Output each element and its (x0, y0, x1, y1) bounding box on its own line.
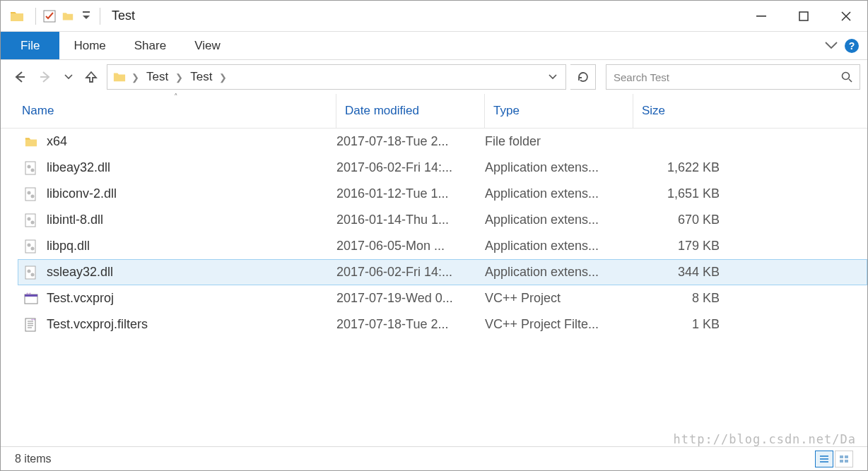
file-name: libiconv-2.dll (47, 186, 117, 201)
file-size: 179 KB (633, 239, 725, 254)
file-date: 2017-07-18-Tue 2... (336, 317, 485, 332)
file-row[interactable]: x642017-07-18-Tue 2...File folder (18, 129, 867, 155)
folder-icon[interactable] (59, 11, 77, 22)
file-type: Application extens... (485, 186, 633, 201)
ribbon-expand-icon[interactable] (825, 42, 838, 50)
status-bar: 8 items (1, 446, 867, 470)
file-size: 1,622 KB (633, 160, 725, 175)
svg-text:++: ++ (31, 318, 35, 321)
navbar: ❯ Test ❯ Test ❯ Search Test (1, 60, 867, 94)
file-date: 2016-01-14-Thu 1... (336, 213, 485, 227)
help-button[interactable]: ? (845, 39, 859, 53)
separator (35, 8, 36, 25)
file-name: libpq.dll (47, 239, 90, 254)
sort-asc-icon: ˄ (174, 93, 178, 102)
tab-view[interactable]: View (180, 32, 235, 59)
file-type: Application extens... (485, 160, 633, 175)
file-type: Application extens... (485, 239, 633, 254)
svg-rect-1 (83, 11, 90, 13)
svg-rect-28 (845, 460, 848, 463)
tab-file[interactable]: File (1, 32, 59, 59)
file-row[interactable]: libintl-8.dll2016-01-14-Thu 1...Applicat… (18, 207, 867, 233)
file-row[interactable]: libpq.dll2017-06-05-Mon ...Application e… (18, 233, 867, 259)
file-size: 8 KB (633, 291, 725, 306)
minimize-button[interactable] (740, 1, 782, 31)
svg-rect-26 (845, 455, 848, 458)
file-date: 2017-07-19-Wed 0... (336, 291, 485, 306)
file-name: x64 (47, 134, 67, 149)
chevron-right-icon[interactable]: ❯ (131, 72, 139, 83)
details-view-button[interactable] (815, 451, 833, 467)
file-size: 344 KB (633, 265, 725, 280)
file-date: 2017-06-05-Mon ... (336, 239, 485, 254)
close-button[interactable] (825, 1, 867, 31)
window-title: Test (112, 8, 135, 23)
file-name: Test.vcxproj (47, 291, 114, 306)
folder-icon (113, 71, 126, 83)
file-row[interactable]: libiconv-2.dll2016-01-12-Tue 1...Applica… (18, 181, 867, 207)
file-date: 2017-07-18-Tue 2... (336, 134, 485, 149)
svg-point-12 (28, 217, 31, 220)
breadcrumb-item[interactable]: Test (142, 70, 172, 84)
svg-point-16 (31, 246, 35, 250)
svg-rect-3 (799, 12, 808, 20)
watermark: http://blog.csdn.net/Da (674, 432, 856, 446)
address-dropdown-icon[interactable] (543, 74, 563, 80)
thumb-view-button[interactable] (835, 451, 853, 467)
file-size: 670 KB (633, 213, 725, 227)
dll-icon (24, 239, 38, 254)
dll-icon (24, 213, 38, 227)
up-button[interactable] (80, 66, 102, 88)
tab-share[interactable]: Share (120, 32, 180, 59)
svg-point-10 (31, 194, 35, 198)
column-date[interactable]: Date modified (336, 94, 484, 128)
maximize-button[interactable] (782, 1, 825, 31)
svg-point-18 (28, 269, 31, 273)
svg-rect-5 (25, 162, 35, 174)
file-row[interactable]: ssleay32.dll2017-06-02-Fri 14:...Applica… (18, 259, 867, 285)
file-row[interactable]: libeay32.dll2017-06-02-Fri 14:...Applica… (18, 155, 867, 181)
file-type: Application extens... (485, 265, 633, 280)
svg-point-4 (843, 73, 850, 80)
search-icon[interactable] (841, 71, 852, 83)
svg-rect-25 (840, 455, 843, 458)
file-type: File folder (485, 134, 633, 149)
qat-dropdown-icon[interactable] (77, 11, 95, 21)
svg-point-9 (28, 191, 31, 194)
file-size: 1 KB (633, 317, 725, 332)
ribbon: File Home Share View ? (1, 32, 867, 60)
svg-point-6 (28, 165, 31, 168)
back-button[interactable] (8, 66, 30, 88)
svg-text:++: ++ (26, 292, 32, 295)
svg-point-19 (31, 273, 35, 276)
column-size[interactable]: Size (633, 94, 732, 128)
chevron-right-icon[interactable]: ❯ (175, 72, 183, 83)
properties-icon[interactable] (40, 10, 59, 23)
column-type[interactable]: Type (484, 94, 633, 128)
file-row[interactable]: ++Test.vcxproj.filters2017-07-18-Tue 2..… (18, 311, 867, 338)
column-headers: Name ˄ Date modified Type Size (1, 94, 867, 129)
search-input[interactable]: Search Test (606, 64, 860, 90)
folder-icon (10, 9, 24, 23)
file-name: Test.vcxproj.filters (47, 317, 148, 332)
recent-dropdown-icon[interactable] (61, 66, 76, 88)
dll-icon (24, 187, 38, 201)
view-switch (815, 451, 853, 467)
refresh-button[interactable] (570, 64, 596, 90)
svg-rect-17 (25, 266, 35, 279)
tab-home[interactable]: Home (59, 32, 119, 59)
svg-point-7 (31, 168, 35, 172)
svg-rect-14 (25, 240, 35, 253)
breadcrumb-item[interactable]: Test (186, 70, 216, 84)
search-placeholder: Search Test (614, 71, 669, 83)
svg-rect-8 (25, 188, 35, 201)
file-list: x642017-07-18-Tue 2...File folderlibeay3… (1, 129, 867, 338)
svg-point-13 (31, 220, 35, 224)
separator (100, 8, 100, 25)
address-bar[interactable]: ❯ Test ❯ Test ❯ (107, 64, 566, 90)
vcfilter-icon: ++ (24, 318, 38, 332)
file-row[interactable]: ++Test.vcxproj2017-07-19-Wed 0...VC++ Pr… (18, 285, 867, 311)
forward-button[interactable] (35, 66, 57, 88)
column-name[interactable]: Name ˄ (1, 94, 336, 128)
chevron-right-icon[interactable]: ❯ (219, 72, 227, 83)
